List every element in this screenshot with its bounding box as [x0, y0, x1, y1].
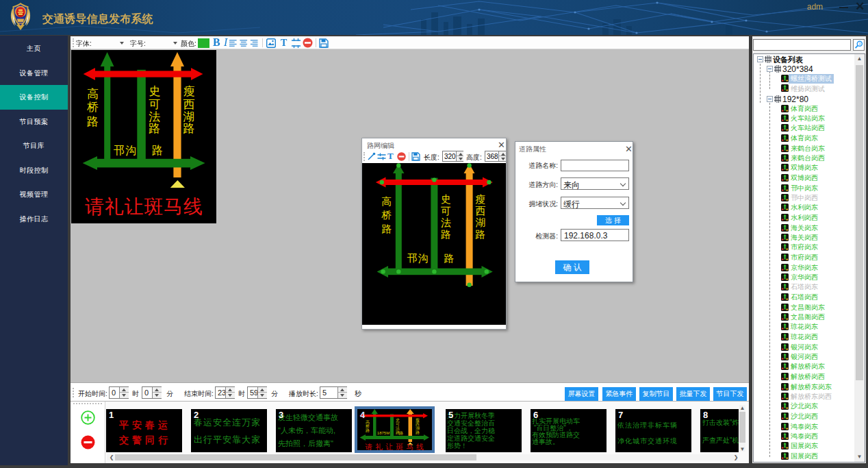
svg-text:史: 史	[149, 85, 160, 98]
svg-text:请礼让斑马线: 请礼让斑马线	[85, 196, 203, 217]
svg-text:桥: 桥	[87, 101, 99, 114]
svg-text:路: 路	[183, 122, 195, 135]
svg-text:路: 路	[416, 430, 420, 435]
svg-text:路: 路	[366, 428, 370, 433]
svg-text:西: 西	[183, 98, 195, 111]
svg-text:高: 高	[382, 195, 392, 207]
svg-text:请礼让斑马线: 请礼让斑马线	[365, 443, 424, 450]
svg-text:瘦: 瘦	[183, 85, 195, 98]
svg-text:路: 路	[399, 431, 403, 436]
svg-text:可: 可	[149, 98, 160, 111]
svg-text:邗: 邗	[407, 252, 418, 264]
svg-text:高: 高	[366, 419, 370, 424]
svg-text:沟: 沟	[418, 252, 429, 264]
svg-text:路: 路	[444, 252, 454, 264]
svg-text:邗: 邗	[114, 145, 125, 156]
svg-text:路: 路	[382, 223, 392, 234]
svg-text:1875M: 1875M	[377, 431, 390, 435]
svg-text:桥: 桥	[381, 209, 392, 221]
svg-text:路: 路	[149, 122, 160, 135]
svg-text:路: 路	[475, 228, 485, 240]
svg-text:路: 路	[152, 145, 163, 156]
svg-text:路: 路	[441, 228, 451, 240]
svg-text:瘦: 瘦	[475, 193, 485, 205]
svg-text:史: 史	[441, 193, 451, 205]
svg-text:3: 3	[858, 42, 860, 46]
svg-text:可: 可	[441, 205, 451, 217]
svg-text:湖: 湖	[475, 217, 485, 228]
svg-text:西: 西	[475, 205, 485, 217]
svg-text:高: 高	[87, 88, 99, 101]
svg-text:法: 法	[441, 217, 451, 228]
svg-text:路: 路	[87, 115, 99, 128]
svg-text:沟: 沟	[125, 145, 136, 156]
